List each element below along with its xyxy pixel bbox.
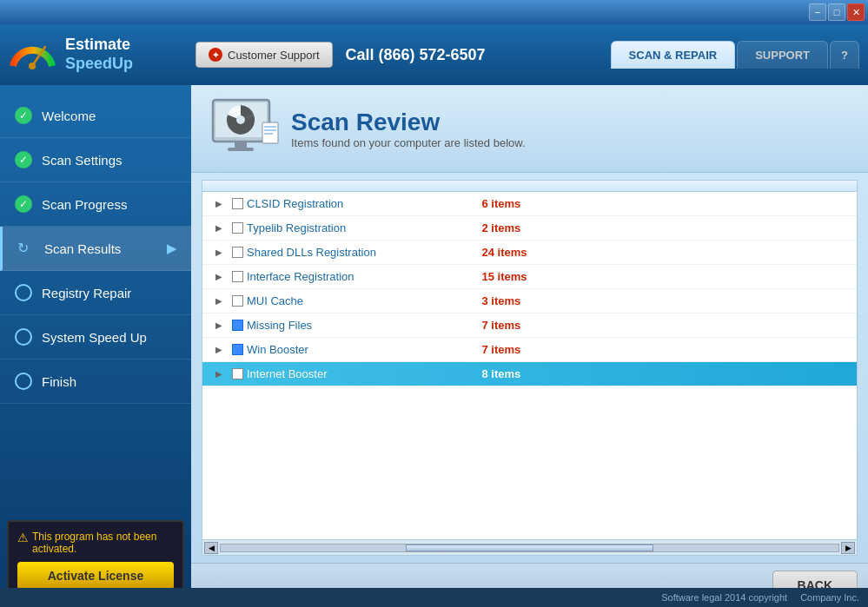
sidebar-label-finish: Finish bbox=[42, 374, 76, 389]
row-checkbox-cell: MUI Cache bbox=[232, 294, 482, 307]
clock-icon-3 bbox=[15, 373, 32, 390]
item-name: MUI Cache bbox=[247, 294, 303, 307]
monitor-icon bbox=[209, 98, 282, 159]
row-checkbox-cell: Missing Files bbox=[232, 319, 482, 332]
maximize-button[interactable]: □ bbox=[828, 3, 845, 21]
activate-license-button[interactable]: Activate License bbox=[17, 562, 174, 590]
row-checkbox[interactable] bbox=[232, 247, 243, 258]
table-row[interactable]: ▶ Internet Booster 8 items bbox=[202, 362, 857, 386]
title-bar: − □ ✕ bbox=[0, 0, 868, 24]
scan-icon bbox=[209, 98, 278, 159]
header-tabs: SCAN & REPAIR SUPPORT ? bbox=[611, 41, 859, 69]
table-row[interactable]: ▶ Shared DLLs Registration 24 items bbox=[202, 241, 857, 265]
table-row[interactable]: ▶ Interface Registration 15 items bbox=[202, 265, 857, 289]
customer-support-button[interactable]: ✦ Customer Support bbox=[195, 42, 333, 68]
row-checkbox[interactable] bbox=[232, 320, 243, 331]
warning-text: ⚠ This program has not been activated. bbox=[17, 531, 174, 555]
welcome-icon: ✓ bbox=[14, 106, 33, 125]
row-checkbox[interactable] bbox=[232, 295, 243, 307]
expand-icon[interactable]: ▶ bbox=[206, 223, 232, 233]
item-name: Missing Files bbox=[247, 319, 312, 332]
item-name: Typelib Registration bbox=[247, 221, 346, 234]
row-checkbox-cell: Interface Registration bbox=[232, 270, 482, 283]
tab-support[interactable]: SUPPORT bbox=[737, 41, 828, 69]
scroll-thumb[interactable] bbox=[406, 544, 653, 551]
row-checkbox[interactable] bbox=[232, 344, 243, 355]
main-layout: ✓ Welcome ✓ Scan Settings ✓ Scan Progres… bbox=[0, 85, 868, 607]
sidebar: ✓ Welcome ✓ Scan Settings ✓ Scan Progres… bbox=[0, 85, 191, 607]
svg-rect-7 bbox=[228, 148, 254, 151]
item-count: 7 items bbox=[482, 319, 604, 332]
item-count: 8 items bbox=[482, 367, 604, 380]
sidebar-label-welcome: Welcome bbox=[42, 109, 96, 123]
scroll-track[interactable] bbox=[220, 544, 839, 552]
horizontal-scrollbar[interactable]: ◀ ▶ bbox=[202, 539, 857, 555]
sidebar-label-scan-settings: Scan Settings bbox=[42, 153, 123, 168]
svg-rect-9 bbox=[264, 126, 276, 128]
item-count: 15 items bbox=[482, 270, 604, 283]
expand-icon[interactable]: ▶ bbox=[206, 369, 232, 379]
expand-icon[interactable]: ▶ bbox=[206, 247, 232, 257]
table-body: ▶ CLSID Registration 6 items ▶ Typelib R… bbox=[202, 192, 857, 539]
tab-help[interactable]: ? bbox=[830, 41, 859, 69]
warning-icon: ⚠ bbox=[17, 531, 29, 544]
scroll-left-button[interactable]: ◀ bbox=[204, 542, 218, 554]
logo-area: Estimate SpeedUp bbox=[9, 31, 195, 79]
tab-scan-repair[interactable]: SCAN & REPAIR bbox=[611, 41, 736, 69]
sidebar-label-scan-progress: Scan Progress bbox=[42, 197, 127, 212]
clock-icon-2 bbox=[15, 328, 32, 346]
logo-text: Estimate SpeedUp bbox=[65, 36, 133, 73]
minimize-button[interactable]: − bbox=[809, 3, 826, 21]
check-icon-2: ✓ bbox=[15, 151, 32, 168]
expand-icon[interactable]: ▶ bbox=[206, 296, 232, 306]
scan-results-icon: ↻ bbox=[17, 239, 36, 258]
row-checkbox-cell: Win Booster bbox=[232, 343, 482, 356]
expand-icon[interactable]: ▶ bbox=[206, 199, 232, 208]
row-checkbox[interactable] bbox=[232, 198, 243, 209]
sidebar-item-scan-results[interactable]: ↻ Scan Results ▶ bbox=[0, 227, 191, 271]
sidebar-item-welcome[interactable]: ✓ Welcome bbox=[0, 94, 191, 138]
refresh-icon: ↻ bbox=[17, 240, 35, 257]
item-name: CLSID Registration bbox=[247, 197, 343, 210]
sidebar-item-scan-progress[interactable]: ✓ Scan Progress bbox=[0, 182, 191, 227]
copyright-text: Software legal 2014 copyright bbox=[661, 592, 787, 603]
expand-icon[interactable]: ▶ bbox=[206, 320, 232, 330]
sidebar-item-scan-settings[interactable]: ✓ Scan Settings bbox=[0, 138, 191, 182]
sidebar-item-finish[interactable]: Finish bbox=[0, 360, 191, 404]
svg-rect-11 bbox=[264, 133, 273, 135]
table-row[interactable]: ▶ Missing Files 7 items bbox=[202, 313, 857, 338]
sidebar-item-registry-repair[interactable]: Registry Repair bbox=[0, 271, 191, 315]
sidebar-item-system-speed-up[interactable]: System Speed Up bbox=[0, 315, 191, 360]
table-row[interactable]: ▶ MUI Cache 3 items bbox=[202, 289, 857, 313]
expand-icon[interactable]: ▶ bbox=[206, 272, 232, 281]
sidebar-label-system-speedup: System Speed Up bbox=[42, 330, 147, 345]
table-row[interactable]: ▶ Win Booster 7 items bbox=[202, 338, 857, 362]
company-name: Company Inc. bbox=[800, 592, 859, 603]
row-checkbox-cell: Shared DLLs Registration bbox=[232, 246, 482, 259]
registry-repair-icon bbox=[14, 283, 33, 302]
header: Estimate SpeedUp ✦ Customer Support Call… bbox=[0, 24, 868, 85]
svg-point-5 bbox=[236, 115, 245, 124]
scroll-right-button[interactable]: ▶ bbox=[841, 542, 855, 554]
item-count: 24 items bbox=[482, 246, 604, 259]
content-area: Scan Review Items found on your computer… bbox=[191, 85, 868, 607]
status-bar: Software legal 2014 copyright Company In… bbox=[0, 588, 868, 607]
row-checkbox[interactable] bbox=[232, 271, 243, 282]
scan-progress-icon: ✓ bbox=[14, 195, 33, 214]
speedometer-icon bbox=[9, 31, 56, 79]
page-subtitle: Items found on your computer are listed … bbox=[291, 136, 526, 149]
item-count: 2 items bbox=[482, 221, 604, 234]
check-icon-3: ✓ bbox=[15, 195, 32, 213]
close-button[interactable]: ✕ bbox=[847, 3, 865, 21]
table-row[interactable]: ▶ Typelib Registration 2 items bbox=[202, 216, 857, 241]
row-checkbox[interactable] bbox=[232, 222, 243, 234]
item-name: Win Booster bbox=[247, 343, 308, 356]
sidebar-label-scan-results: Scan Results bbox=[44, 241, 121, 256]
row-checkbox-cell: CLSID Registration bbox=[232, 197, 482, 210]
row-checkbox-cell: Internet Booster bbox=[232, 367, 482, 380]
row-checkbox[interactable] bbox=[232, 368, 243, 379]
expand-icon[interactable]: ▶ bbox=[206, 345, 232, 354]
scan-settings-icon: ✓ bbox=[14, 150, 33, 169]
header-middle: ✦ Customer Support Call (866) 572-6507 bbox=[195, 42, 611, 68]
table-row[interactable]: ▶ CLSID Registration 6 items bbox=[202, 192, 857, 216]
